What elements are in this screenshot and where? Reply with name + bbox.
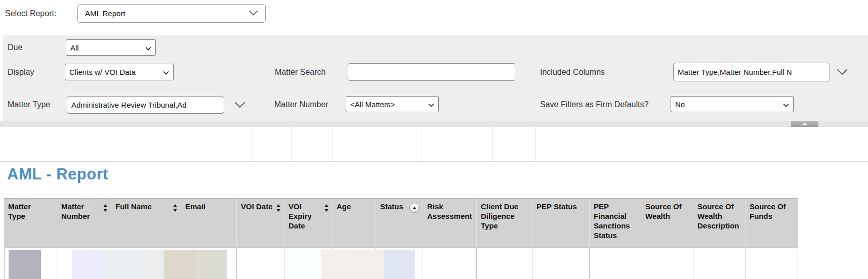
matter-type-chevron-icon[interactable] [234, 102, 245, 108]
matter-search-input[interactable] [348, 63, 515, 81]
cell-border [284, 248, 284, 279]
toolbar-separator [492, 127, 493, 161]
save-filters-select-value: No [675, 100, 685, 109]
table-row [4, 248, 798, 279]
column-header-label: Source Of Funds [750, 202, 794, 221]
matter-number-label: Matter Number [274, 100, 328, 109]
column-header-label: Client Due Diligence Type [481, 202, 528, 230]
toolbar-separator [333, 127, 333, 161]
column-header[interactable]: Matter Number [57, 199, 111, 248]
display-select-value: Clients w/ VOI Data [69, 68, 136, 76]
sort-toggle-icon[interactable] [324, 204, 328, 212]
cell-border [423, 248, 423, 279]
matter-search-label: Matter Search [275, 68, 325, 77]
cell-border [4, 248, 5, 279]
column-header[interactable]: Full Name [111, 199, 181, 248]
matter-number-select[interactable]: <All Matters> [346, 96, 439, 112]
save-filters-select[interactable]: No [671, 96, 794, 112]
column-header-label: PEP Status [536, 202, 585, 211]
column-header-label: VOI Date [241, 202, 280, 211]
sorted-ascending-icon[interactable] [409, 203, 420, 213]
column-header-label: Source Of Wealth Description [697, 202, 741, 230]
triangle-up-icon [801, 123, 808, 125]
scroll-up-button[interactable] [791, 121, 818, 127]
redacted-cell-value [72, 250, 103, 279]
cell-border [745, 248, 746, 279]
column-header-label: Matter Number [61, 202, 107, 221]
column-header: Email [181, 199, 236, 248]
redacted-cell-value [9, 250, 41, 279]
cell-border [693, 248, 693, 279]
redacted-cell-value [196, 250, 227, 279]
included-columns-chevron-icon[interactable] [837, 69, 848, 75]
due-select[interactable]: All [66, 39, 156, 56]
matter-type-combobox[interactable]: Administrative Review Tribunal,Ad [67, 96, 224, 114]
display-label: Display [8, 68, 34, 77]
column-header: Client Due Diligence Type [476, 199, 532, 248]
column-header[interactable]: VOI Date [236, 199, 284, 248]
column-header-label: Email [185, 202, 232, 211]
save-filters-label: Save Filters as Firm Defaults? [540, 100, 648, 109]
included-columns-label: Included Columns [540, 68, 605, 77]
redacted-cell-value [103, 250, 134, 279]
select-report-label: Select Report: [5, 9, 56, 18]
sort-toggle-icon[interactable] [173, 204, 177, 212]
column-header: Matter Type [4, 199, 57, 248]
sort-toggle-icon[interactable] [103, 204, 107, 212]
redacted-cell-value [291, 250, 321, 279]
chevron-down-icon [428, 100, 434, 109]
chevron-down-icon [783, 100, 789, 109]
chevron-down-icon [249, 9, 258, 18]
included-columns-value: Matter Type,Matter Number,Full N [678, 68, 792, 76]
column-header: Source Of Wealth [641, 199, 693, 248]
cell-border [236, 248, 237, 279]
report-title: AML - Report [7, 165, 108, 183]
cell-border [798, 248, 798, 279]
column-header-label: Full Name [115, 202, 177, 211]
column-header-label: Age [337, 202, 371, 211]
due-select-value: All [70, 43, 79, 52]
cell-border [57, 248, 57, 279]
column-header[interactable]: VOI Expiry Date [284, 199, 332, 248]
column-header-label: Source Of Wealth [645, 202, 689, 221]
column-header: Source Of Funds [745, 199, 798, 248]
included-columns-combobox[interactable]: Matter Type,Matter Number,Full N [673, 63, 830, 81]
column-header-label: PEP Financial Sanctions Status [594, 202, 637, 240]
sort-toggle-icon[interactable] [276, 204, 280, 212]
cell-border [641, 248, 641, 279]
toolbar-separator [535, 127, 536, 161]
column-header: Age [332, 199, 376, 248]
cell-border [589, 248, 590, 279]
column-header: PEP Financial Sanctions Status [589, 199, 641, 248]
scrollbar-track[interactable] [0, 121, 868, 127]
report-viewer: Select Report: AML Report Due Display Ma… [0, 0, 868, 279]
column-header-label: VOI Expiry Date [288, 202, 328, 230]
column-header: PEP Status [532, 199, 589, 248]
column-header-label: Risk Assessment [427, 202, 472, 221]
column-header: Source Of Wealth Description [693, 199, 745, 248]
toolbar-separator [291, 127, 292, 161]
redacted-cell-value [321, 250, 353, 279]
report-select-value: AML Report [85, 9, 125, 18]
cell-border [476, 248, 477, 279]
column-header[interactable]: Status [376, 199, 423, 248]
column-header-label: Matter Type [8, 202, 53, 221]
toolbar-separator [422, 127, 422, 161]
chevron-down-icon [145, 43, 151, 52]
toolbar-separator [252, 127, 252, 161]
redacted-cell-value [384, 250, 415, 279]
display-select[interactable]: Clients w/ VOI Data [65, 64, 174, 80]
report-toolbar: of 1 100% [0, 127, 868, 162]
redacted-cell-value [353, 250, 384, 279]
due-label: Due [8, 43, 22, 52]
report-select-dropdown[interactable]: AML Report [77, 4, 266, 23]
matter-type-value: Administrative Review Tribunal,Ad [71, 101, 187, 109]
chevron-down-icon [163, 68, 169, 76]
cell-border [532, 248, 532, 279]
column-header: Risk Assessment [423, 199, 476, 248]
matter-type-label: Matter Type [8, 100, 50, 109]
filter-panel: Due Display Matter Search Included Colum… [3, 35, 868, 121]
matter-number-select-value: <All Matters> [350, 100, 395, 109]
report-table-header: Matter TypeMatter NumberFull NameEmailVO… [4, 198, 798, 249]
redacted-cell-value [134, 250, 164, 279]
